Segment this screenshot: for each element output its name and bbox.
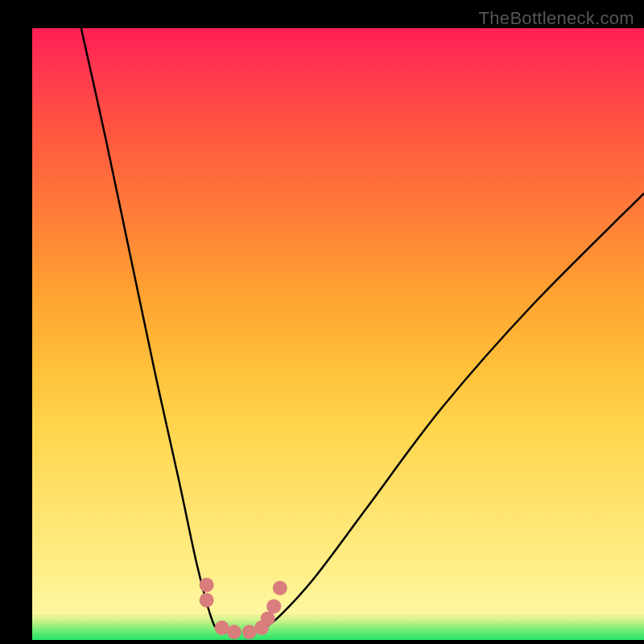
trough-marker [227,625,242,639]
left-curve [81,28,222,631]
trough-marker [273,580,287,595]
curve-layer [32,28,644,640]
trough-marker-group [200,578,287,640]
chart-area [32,28,644,640]
trough-marker [266,599,281,613]
right-curve [258,193,644,630]
trough-marker [200,578,214,592]
watermark-text: TheBottleneck.com [479,8,634,29]
trough-marker [200,593,214,608]
